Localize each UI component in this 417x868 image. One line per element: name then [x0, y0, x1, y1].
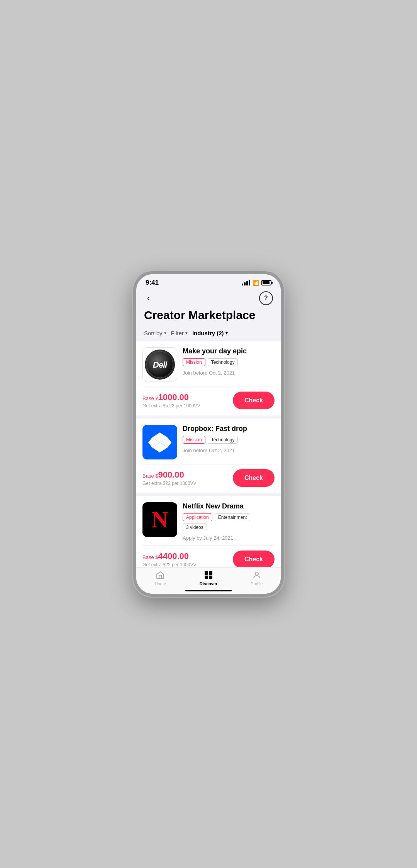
status-bar: 9:41 📶	[136, 274, 281, 288]
dell-campaign-title: Make your day epic	[183, 347, 275, 355]
svg-rect-10	[209, 576, 212, 579]
nav-item-discover[interactable]: Discover	[185, 571, 233, 586]
sort-chevron-icon: ▾	[164, 331, 166, 336]
netflix-logo: N	[142, 502, 177, 537]
netflix-card-info: Netflix New Drama Application Entertainm…	[183, 502, 275, 541]
dell-deadline: Join before Oct 2, 2021	[183, 370, 275, 376]
signal-icon	[242, 280, 250, 285]
svg-rect-8	[209, 571, 212, 575]
industry-chevron-icon: ▾	[225, 331, 228, 336]
card-top-dell: Dell Make your day epic Mission Technolo…	[136, 341, 281, 387]
nav-header: ‹ ?	[136, 288, 281, 307]
dropbox-tags: Mission Technology	[183, 436, 275, 444]
dell-check-button[interactable]: Check	[233, 392, 275, 409]
filter-label: Filter	[171, 330, 184, 336]
industry-chip[interactable]: Industry (2) ▾	[192, 330, 228, 336]
sort-by-chip[interactable]: Sort by ▾	[144, 330, 166, 336]
nav-discover-label: Discover	[200, 581, 217, 586]
dell-circle-icon: Dell	[145, 350, 175, 380]
dropbox-base-price: Base $900.00	[142, 470, 196, 480]
svg-point-11	[255, 572, 258, 575]
dropbox-tag-mission: Mission	[183, 436, 205, 444]
page-title: Creator Marketplace	[144, 308, 273, 322]
netflix-extra-earn: Get extra $22 per 1000VV	[142, 562, 196, 567]
dropbox-card-bottom: Base $900.00 Get extra $22 per 1000VV Ch…	[136, 464, 281, 493]
dropbox-extra-earn: Get extra $22 per 1000VV	[142, 481, 196, 486]
sort-by-label: Sort by	[144, 330, 163, 336]
svg-rect-7	[205, 571, 208, 575]
campaign-card-dropbox: Dropbox: Fast drop Mission Technology Jo…	[136, 419, 281, 493]
dell-tags: Mission Technology	[183, 358, 275, 366]
dropbox-deadline: Join before Oct 2, 2021	[183, 448, 275, 453]
dropbox-price-area: Base $900.00 Get extra $22 per 1000VV	[142, 470, 196, 486]
svg-rect-9	[205, 576, 208, 579]
netflix-check-button[interactable]: Check	[233, 551, 275, 567]
nav-item-home[interactable]: Home	[136, 571, 185, 586]
dell-logo: Dell	[142, 347, 177, 382]
netflix-tags: Application Entertainment 3 videos	[183, 513, 275, 531]
nav-item-profile[interactable]: Profile	[232, 571, 281, 586]
campaign-list: Dell Make your day epic Mission Technolo…	[136, 341, 281, 567]
dell-extra-earn: Get extra $5.22 per 1000VV	[142, 403, 200, 409]
phone-frame: 9:41 📶 ‹ ? Creator Marketplace Sort by ▾	[133, 271, 284, 597]
dell-base-price: Base ¥1000.00	[142, 392, 200, 402]
dropbox-card-info: Dropbox: Fast drop Mission Technology Jo…	[183, 425, 275, 453]
netflix-n-icon: N	[151, 507, 168, 533]
wifi-icon: 📶	[253, 280, 259, 286]
campaign-card-netflix: N Netflix New Drama Application Entertai…	[136, 496, 281, 567]
dell-price-area: Base ¥1000.00 Get extra $5.22 per 1000VV	[142, 392, 200, 409]
back-button[interactable]: ‹	[144, 292, 153, 305]
netflix-tag-entertainment: Entertainment	[215, 513, 251, 521]
industry-label: Industry (2)	[192, 330, 224, 336]
dropbox-campaign-title: Dropbox: Fast drop	[183, 425, 275, 433]
filter-chevron-icon: ▾	[185, 331, 188, 336]
dropbox-tag-technology: Technology	[208, 436, 238, 444]
help-button[interactable]: ?	[259, 291, 273, 305]
dropbox-check-button[interactable]: Check	[233, 469, 275, 487]
dell-tag-mission: Mission	[183, 358, 205, 366]
profile-icon	[252, 571, 261, 580]
netflix-card-bottom: Base $4400.00 Get extra $22 per 1000VV C…	[136, 546, 281, 567]
svg-text:Dell: Dell	[153, 360, 168, 370]
campaign-card-dell: Dell Make your day epic Mission Technolo…	[136, 341, 281, 415]
battery-icon	[261, 280, 271, 285]
home-icon	[156, 571, 165, 580]
status-icons: 📶	[242, 280, 271, 286]
dell-card-bottom: Base ¥1000.00 Get extra $5.22 per 1000VV…	[136, 387, 281, 415]
card-top-netflix: N Netflix New Drama Application Entertai…	[136, 496, 281, 545]
netflix-base-price: Base $4400.00	[142, 551, 196, 561]
discover-icon	[204, 571, 213, 580]
filter-bar: Sort by ▾ Filter ▾ Industry (2) ▾	[136, 327, 281, 341]
page-title-area: Creator Marketplace	[136, 307, 281, 327]
status-time: 9:41	[146, 279, 159, 287]
dropbox-logo	[142, 425, 177, 459]
netflix-campaign-title: Netflix New Drama	[183, 502, 275, 510]
home-indicator	[185, 590, 232, 591]
filter-chip[interactable]: Filter ▾	[171, 330, 188, 336]
nav-profile-label: Profile	[251, 581, 263, 586]
netflix-deadline: Apply by July 24, 2021	[183, 535, 275, 541]
netflix-tag-videos: 3 videos	[183, 524, 207, 531]
dell-tag-technology: Technology	[208, 358, 238, 366]
netflix-price-area: Base $4400.00 Get extra $22 per 1000VV	[142, 551, 196, 567]
dell-card-info: Make your day epic Mission Technology Jo…	[183, 347, 275, 376]
netflix-tag-application: Application	[183, 513, 212, 521]
card-top-dropbox: Dropbox: Fast drop Mission Technology Jo…	[136, 419, 281, 464]
dropbox-icon	[146, 429, 173, 456]
nav-home-label: Home	[155, 581, 166, 586]
